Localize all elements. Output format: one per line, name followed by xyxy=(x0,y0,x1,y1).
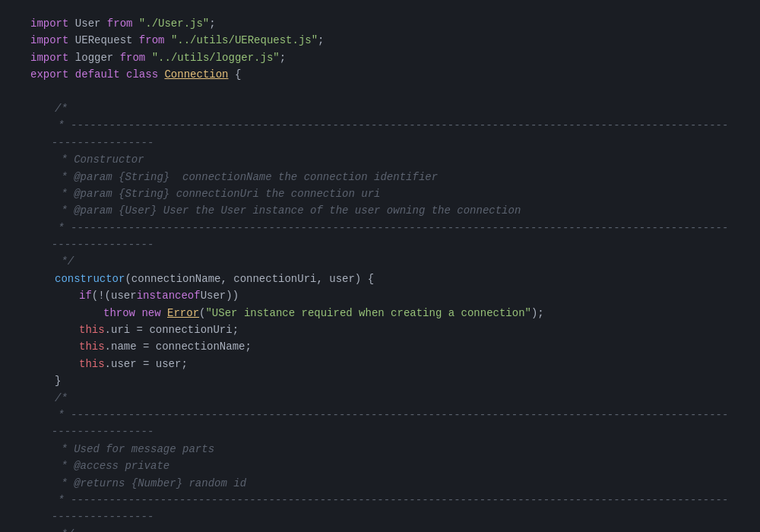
close-brace: } xyxy=(55,372,61,389)
code-line: constructor (connectionName, connectionU… xyxy=(0,271,760,287)
code-line: /* xyxy=(0,100,760,117)
code-line: } xyxy=(0,372,760,389)
comment: * --------------------------------------… xyxy=(52,117,730,151)
comment: * Used for message parts xyxy=(55,441,214,458)
code-line: /* xyxy=(0,390,760,407)
code-line: throw new Error ( "USer instance require… xyxy=(0,305,760,321)
code-line: * @access private xyxy=(0,458,760,474)
comment: * @param {String} connectionName the con… xyxy=(55,169,438,185)
property-user: .user = user; xyxy=(105,356,188,372)
comment: * --------------------------------------… xyxy=(52,407,730,441)
keyword-this: this xyxy=(79,356,105,372)
string-literal: "./User.js" xyxy=(139,15,209,32)
keyword-if: if xyxy=(79,287,92,304)
params: (connectionName, connectionUri, user) { xyxy=(125,271,374,287)
keyword-instanceof: instanceof xyxy=(137,287,201,304)
keyword-this: this xyxy=(79,321,105,338)
identifier: UERequest xyxy=(75,32,133,49)
semicolon: ; xyxy=(209,15,215,32)
code-line-empty xyxy=(0,84,760,100)
code-line: * @param {User} User the User instance o… xyxy=(0,202,760,219)
code-line: * --------------------------------------… xyxy=(0,117,760,151)
code-line: * --------------------------------------… xyxy=(0,407,760,441)
keyword-import: import xyxy=(30,49,68,66)
keyword-import: import xyxy=(30,32,68,49)
code-line: if (!(user instanceof User)) xyxy=(0,287,760,304)
code-line: * --------------------------------------… xyxy=(0,492,760,526)
keyword-throw: throw xyxy=(103,305,135,321)
comment: */ xyxy=(55,526,74,532)
paren: ( xyxy=(199,305,205,321)
comment: * Constructor xyxy=(55,151,144,168)
identifier: logger xyxy=(75,49,113,66)
keyword-constructor: constructor xyxy=(55,271,125,287)
code-editor: import User from "./User.js" ; import UE… xyxy=(0,0,760,532)
keyword-new: new xyxy=(141,305,160,321)
code-line: this .name = connectionName; xyxy=(0,338,760,355)
semicolon: ; xyxy=(280,49,286,66)
class-ref: User)) xyxy=(201,287,239,304)
comment: * --------------------------------------… xyxy=(52,492,730,526)
comment: * --------------------------------------… xyxy=(52,220,730,254)
comment: /* xyxy=(55,100,68,117)
code-line: * Used for message parts xyxy=(0,441,760,458)
string-literal: "USer instance required when creating a … xyxy=(205,305,530,321)
string-literal: "../utils/logger.js" xyxy=(152,49,280,66)
open-brace: { xyxy=(235,66,241,83)
semicolon: ; xyxy=(318,32,324,49)
keyword-from: from xyxy=(107,15,133,32)
code-line: */ xyxy=(0,526,760,532)
code-line: * @param {String} connectionName the con… xyxy=(0,169,760,185)
keyword-import: import xyxy=(30,15,68,32)
keyword-export: export xyxy=(30,66,68,83)
property-name: .name = connectionName; xyxy=(105,338,252,355)
code-line: export default class Connection { xyxy=(0,66,760,83)
error-class: Error xyxy=(167,305,199,321)
code-line: * --------------------------------------… xyxy=(0,220,760,254)
paren-close: ); xyxy=(531,305,544,321)
comment: * @access private xyxy=(55,458,169,474)
property-uri: .uri = connectionUri; xyxy=(105,321,239,338)
code-line: * @param {String} connectionUri the conn… xyxy=(0,185,760,202)
code-line: * @returns {Number} random id xyxy=(0,475,760,492)
string-literal: "../utils/UERequest.js" xyxy=(171,32,318,49)
code-line: */ xyxy=(0,253,760,270)
comment: * @param {String} connectionUri the conn… xyxy=(55,185,380,202)
code-line: this .uri = connectionUri; xyxy=(0,321,760,338)
comment: * @returns {Number} random id xyxy=(55,475,246,492)
keyword-default: default xyxy=(75,66,120,83)
paren-open: (!(user xyxy=(92,287,137,304)
comment: */ xyxy=(55,253,74,270)
code-line: import User from "./User.js" ; xyxy=(0,15,760,32)
identifier: User xyxy=(75,15,101,32)
code-line: import logger from "../utils/logger.js" … xyxy=(0,49,760,66)
keyword-from: from xyxy=(120,49,146,66)
keyword-from: from xyxy=(139,32,165,49)
comment: * @param {User} User the User instance o… xyxy=(55,202,521,219)
class-name: Connection xyxy=(164,66,228,83)
code-line: this .user = user; xyxy=(0,356,760,372)
code-line: import UERequest from "../utils/UEReques… xyxy=(0,32,760,49)
code-line: * Constructor xyxy=(0,151,760,168)
comment: /* xyxy=(55,390,68,407)
keyword-this: this xyxy=(79,338,105,355)
keyword-class: class xyxy=(126,66,158,83)
